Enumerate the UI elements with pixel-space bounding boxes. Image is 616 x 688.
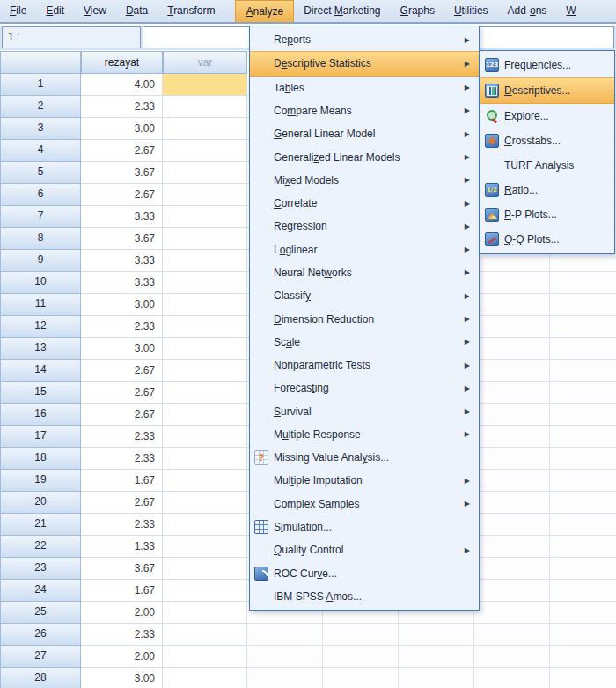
menu-item[interactable]: Neural Networks ▶	[250, 261, 479, 284]
row-number-cell[interactable]: 22	[0, 536, 81, 558]
rezayat-value-cell[interactable]: 3.67	[81, 162, 163, 184]
rezayat-value-cell[interactable]: 2.33	[81, 624, 163, 646]
var-cell[interactable]	[163, 118, 247, 140]
var-cell[interactable]	[163, 448, 247, 470]
menu-item[interactable]: Tables ▶	[250, 77, 479, 99]
row-number-cell[interactable]: 10	[0, 272, 81, 294]
row-number-cell[interactable]: 25	[0, 602, 81, 624]
row-number-cell[interactable]: 7	[0, 206, 81, 228]
var-cell[interactable]	[163, 338, 247, 360]
menubar-item[interactable]: W	[556, 0, 585, 22]
menu-item[interactable]: Forecasting ▶	[250, 377, 479, 399]
var-cell[interactable]	[163, 404, 247, 426]
menu-item[interactable]: ROC Curve...	[250, 561, 479, 584]
var-cell[interactable]	[163, 382, 247, 404]
menubar-item[interactable]: Add-ons	[498, 0, 557, 22]
rezayat-value-cell[interactable]: 3.00	[81, 294, 163, 316]
rezayat-value-cell[interactable]: 1.67	[81, 470, 163, 492]
menu-item[interactable]: IBM SPSS Amos...	[250, 585, 479, 608]
rezayat-value-cell[interactable]: 3.33	[81, 250, 163, 272]
var-cell[interactable]	[163, 96, 247, 118]
row-number-cell[interactable]: 4	[0, 140, 81, 162]
menu-item[interactable]: Descriptive Statistics ▶	[250, 51, 479, 76]
row-number-cell[interactable]: 6	[0, 184, 81, 206]
menu-item[interactable]: Reports ▶	[250, 28, 479, 51]
rezayat-value-cell[interactable]: 3.00	[81, 118, 163, 140]
rezayat-value-cell[interactable]: 2.67	[81, 360, 163, 382]
var-cell[interactable]	[163, 470, 247, 492]
var-cell[interactable]	[163, 668, 247, 688]
var-cell[interactable]	[163, 492, 247, 514]
var-cell[interactable]	[163, 74, 247, 96]
var-cell[interactable]	[163, 580, 247, 602]
rezayat-value-cell[interactable]: 2.67	[81, 184, 163, 206]
row-number-cell[interactable]: 24	[0, 580, 81, 602]
rezayat-value-cell[interactable]: 2.00	[81, 602, 163, 624]
var-cell[interactable]	[163, 162, 247, 184]
row-number-cell[interactable]: 26	[0, 624, 81, 646]
var-cell[interactable]	[163, 426, 247, 448]
menu-item[interactable]: Multiple Imputation ▶	[250, 469, 479, 492]
menu-item[interactable]: Dimension Reduction ▶	[250, 307, 479, 330]
rezayat-value-cell[interactable]: 2.33	[81, 448, 163, 470]
row-number-cell[interactable]: 21	[0, 514, 81, 536]
var-cell[interactable]	[163, 294, 247, 316]
column-header-rezayat[interactable]: rezayat	[81, 51, 163, 74]
rezayat-value-cell[interactable]: 2.33	[81, 514, 163, 536]
rezayat-value-cell[interactable]: 2.00	[81, 646, 163, 668]
menu-item[interactable]: Correlate ▶	[250, 192, 479, 215]
rezayat-value-cell[interactable]: 3.00	[81, 338, 163, 360]
row-number-cell[interactable]: 1	[0, 74, 81, 96]
var-cell[interactable]	[163, 624, 247, 646]
row-number-cell[interactable]: 12	[0, 316, 81, 338]
row-number-cell[interactable]: 5	[0, 162, 81, 184]
menu-item[interactable]: Generalized Linear Models ▶	[250, 145, 479, 168]
submenu-item[interactable]: Frequencies...	[480, 53, 614, 77]
menu-item[interactable]: Simulation...	[250, 516, 479, 538]
rezayat-value-cell[interactable]: 2.33	[81, 96, 163, 118]
var-cell[interactable]	[163, 514, 247, 536]
rezayat-value-cell[interactable]: 2.67	[81, 492, 163, 514]
row-number-cell[interactable]: 14	[0, 360, 81, 382]
row-number-cell[interactable]: 17	[0, 426, 81, 448]
submenu-item[interactable]: Q-Q Plots...	[480, 227, 614, 252]
row-number-cell[interactable]: 23	[0, 558, 81, 580]
rezayat-value-cell[interactable]: 3.00	[81, 668, 163, 688]
menu-item[interactable]: Nonparametric Tests ▶	[250, 354, 479, 377]
submenu-item[interactable]: Descriptives...	[480, 77, 614, 104]
submenu-item[interactable]: Ratio...	[480, 178, 614, 202]
var-cell[interactable]	[163, 206, 247, 228]
submenu-item[interactable]: P-P Plots...	[480, 202, 614, 227]
menu-item[interactable]: Loglinear ▶	[250, 238, 479, 261]
rezayat-value-cell[interactable]: 2.67	[81, 382, 163, 404]
submenu-item[interactable]: Explore...	[480, 104, 614, 128]
var-cell[interactable]	[163, 536, 247, 558]
menu-item[interactable]: Missing Value Analysis...	[250, 446, 479, 469]
menu-item[interactable]: Complex Samples ▶	[250, 493, 479, 516]
var-cell[interactable]	[163, 272, 247, 294]
var-cell[interactable]	[163, 360, 247, 382]
menu-item[interactable]: Quality Control ▶	[250, 538, 479, 561]
column-header-var[interactable]: var	[163, 51, 247, 74]
row-number-cell[interactable]: 15	[0, 382, 81, 404]
var-cell[interactable]	[163, 140, 247, 162]
menubar-item[interactable]: Analyze	[235, 0, 294, 22]
menu-item[interactable]: Scale ▶	[250, 331, 479, 354]
menu-item[interactable]: Compare Means ▶	[250, 99, 479, 122]
rezayat-value-cell[interactable]: 2.67	[81, 404, 163, 426]
rezayat-value-cell[interactable]: 4.00	[81, 74, 163, 96]
menubar-item[interactable]: Edit	[36, 0, 74, 22]
var-cell[interactable]	[163, 316, 247, 338]
menubar-item[interactable]: File	[0, 0, 36, 22]
row-number-cell[interactable]: 27	[0, 646, 81, 668]
row-number-cell[interactable]: 3	[0, 118, 81, 140]
menubar-item[interactable]: Direct Marketing	[294, 0, 390, 22]
menu-item[interactable]: Multiple Response ▶	[250, 423, 479, 446]
menubar-item[interactable]: Transform	[158, 0, 224, 22]
menubar-item[interactable]: Graphs	[391, 0, 444, 22]
row-number-cell[interactable]: 8	[0, 228, 81, 250]
rezayat-value-cell[interactable]: 2.33	[81, 426, 163, 448]
var-cell[interactable]	[163, 184, 247, 206]
menubar-item[interactable]: View	[74, 0, 116, 22]
row-number-cell[interactable]: 11	[0, 294, 81, 316]
